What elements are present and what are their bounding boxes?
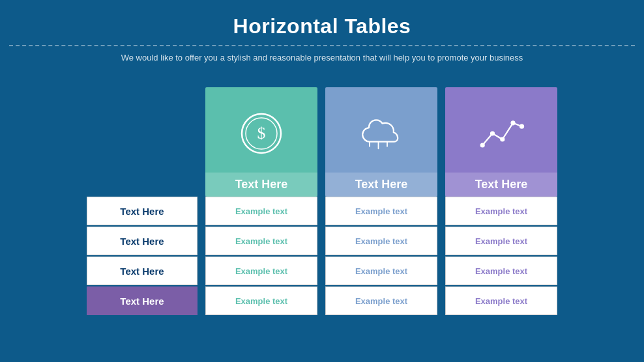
svg-text:$: $ [257,124,266,143]
svg-point-6 [480,143,485,147]
chart-icon [478,114,525,153]
col2-cell-4: Example text [325,286,437,315]
col1-cell-2: Example text [205,227,317,255]
col1-title-bar: Text Here [205,173,317,197]
svg-point-7 [490,131,495,135]
col2-cell-2: Example text [325,227,437,255]
row-label-3: Text Here [87,257,198,285]
col-header-2: Text Here [325,87,437,197]
col1-cell-4: Example text [205,286,317,315]
col1-icon-area: $ [238,87,285,173]
col3-cell-2: Example text [445,227,557,255]
col2-title: Text Here [355,178,408,191]
table-container: Text Here Text Here Text Here Text Here [87,87,557,316]
cloud-icon [358,115,405,151]
svg-point-8 [500,137,505,141]
data-column-1: $ Text Here Example text Example text Ex… [205,87,317,316]
col2-icon-area [358,87,405,173]
row-label-4: Text Here [87,286,198,315]
col3-icon-area [478,87,525,173]
page-title: Horizontal Tables [233,14,411,38]
subtitle: We would like to offer you a stylish and… [121,53,523,63]
data-column-2: Text Here Example text Example text Exam… [325,87,437,316]
dollar-icon: $ [238,110,285,157]
col3-cell-4: Example text [445,286,557,315]
col3-cell-1: Example text [445,197,557,225]
data-column-3: Text Here Example text Example text Exam… [445,87,557,316]
col2-cell-1: Example text [325,197,437,225]
title-section: Horizontal Tables We would like to offer… [0,0,644,74]
col3-cell-3: Example text [445,257,557,285]
row-labels-column: Text Here Text Here Text Here Text Here [87,197,198,316]
svg-point-9 [510,120,515,125]
col-header-1: $ Text Here [205,87,317,197]
data-columns: $ Text Here Example text Example text Ex… [205,87,557,316]
col3-title: Text Here [475,178,528,191]
row-label-1: Text Here [87,197,198,225]
col1-cell-1: Example text [205,197,317,225]
row-label-2: Text Here [87,227,198,255]
svg-point-10 [520,124,524,128]
page: Horizontal Tables We would like to offer… [0,0,644,362]
col1-title: Text Here [235,178,288,191]
col-header-3: Text Here [445,87,557,197]
title-divider [9,45,635,46]
col2-cell-3: Example text [325,257,437,285]
col1-cell-3: Example text [205,257,317,285]
col2-title-bar: Text Here [325,173,437,197]
col3-title-bar: Text Here [445,173,557,197]
